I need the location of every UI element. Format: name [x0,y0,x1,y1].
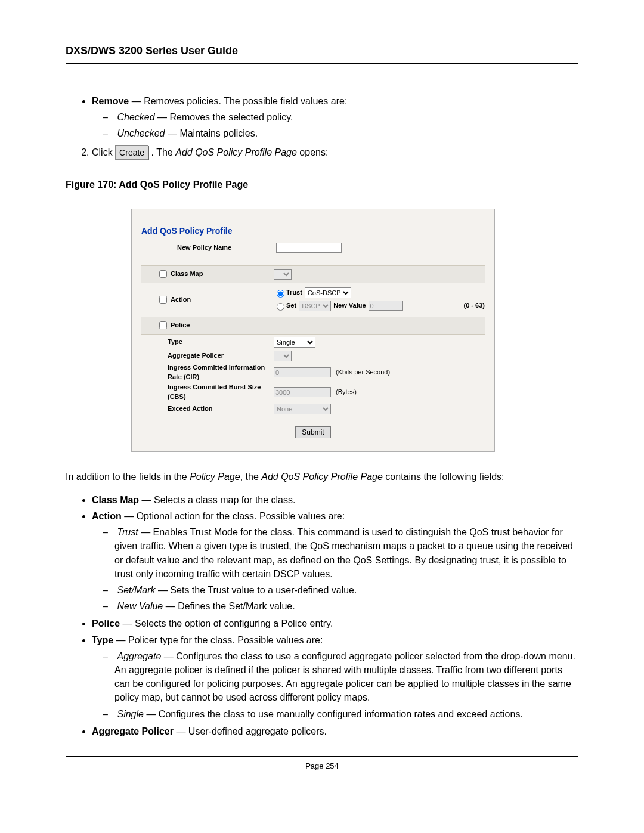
footer-rule [66,756,578,757]
field-police: Police — Selects the option of configuri… [92,617,578,630]
field-type: Type — Policer type for the class. Possi… [92,633,578,721]
figure-title: Add QoS Policy Profile [141,225,485,237]
figure-caption: Figure 170: Add QoS Policy Profile Page [66,178,578,191]
cbs-input[interactable] [274,387,331,397]
unchecked-sub: Unchecked — Maintains policies. [114,126,578,140]
step-2: Click Create . The Add QoS Policy Profil… [92,145,578,160]
new-value-label: New Value [333,301,366,311]
trust-label: Trust [286,288,302,298]
class-map-checkbox[interactable] [159,270,167,278]
post-intro: In addition to the fields in the Policy … [66,470,578,484]
cbs-unit: (Bytes) [336,388,357,397]
class-map-select[interactable] [274,269,292,280]
step2-suffix1: . The [151,147,176,157]
sub-aggregate: Aggregate — Configures the class to use … [114,649,578,705]
aggregate-policer-select[interactable] [274,351,292,361]
create-button[interactable]: Create [115,145,148,160]
remove-label: Remove [92,96,129,106]
step2-em: Add QoS Policy Profile Page [175,147,297,157]
set-radio[interactable] [277,303,284,311]
police-checkbox[interactable] [159,321,167,329]
sub-newvalue: New Value — Defines the Set/Mark value. [114,599,578,613]
document-header: DXS/DWS 3200 Series User Guide [66,45,578,62]
step2-prefix: Click [92,147,115,157]
new-policy-input[interactable] [276,243,342,253]
checked-label: Checked [117,112,154,122]
cir-input[interactable] [274,367,331,377]
step2-suffix2: opens: [297,147,328,157]
action-label: Action [171,295,191,305]
exceed-action-select[interactable]: None [274,404,331,414]
class-map-label: Class Map [171,270,203,279]
set-label: Set [286,301,296,311]
page-number: Page 254 [66,761,578,770]
type-label: Type [168,337,182,347]
figure-box: Add QoS Policy Profile New Policy Name C… [131,209,495,452]
cir-label: Ingress Committed Information Rate (CIR) [168,363,274,382]
cbs-label: Ingress Committed Burst Size (CBS) [168,383,274,402]
unchecked-desc: — Maintains policies. [165,128,258,138]
checked-desc: — Removes the selected policy. [155,112,293,122]
remove-desc: — Removes policies. The possible field v… [129,96,347,106]
action-checkbox[interactable] [159,296,167,304]
field-class-map: Class Map — Selects a class map for the … [92,493,578,507]
header-rule [66,63,578,64]
sub-setmark: Set/Mark — Sets the Trust value to a use… [114,583,578,597]
new-policy-label: New Policy Name [177,243,258,253]
field-action: Action — Optional action for the class. … [92,509,578,613]
trust-radio[interactable] [277,290,284,298]
unchecked-label: Unchecked [117,128,165,138]
set-select[interactable]: DSCP [299,301,331,311]
field-aggregate-policer: Aggregate Policer — User-defined aggrega… [92,724,578,738]
type-select[interactable]: Single [274,337,315,348]
submit-button[interactable]: Submit [295,426,330,438]
remove-bullet: Remove — Removes policies. The possible … [92,94,578,141]
trust-select[interactable]: CoS-DSCP [305,287,351,298]
police-label: Police [171,321,190,330]
aggregate-policer-label: Aggregate Policer [168,351,224,361]
checked-sub: Checked — Removes the selected policy. [114,110,578,124]
cir-unit: (Kbits per Second) [336,368,390,377]
new-value-input[interactable] [369,301,403,311]
exceed-action-label: Exceed Action [168,404,212,414]
new-value-range: (0 - 63) [464,301,485,311]
sub-single: Single — Configures the class to use man… [114,707,578,721]
sub-trust: Trust — Enables Trust Mode for the class… [114,525,578,581]
